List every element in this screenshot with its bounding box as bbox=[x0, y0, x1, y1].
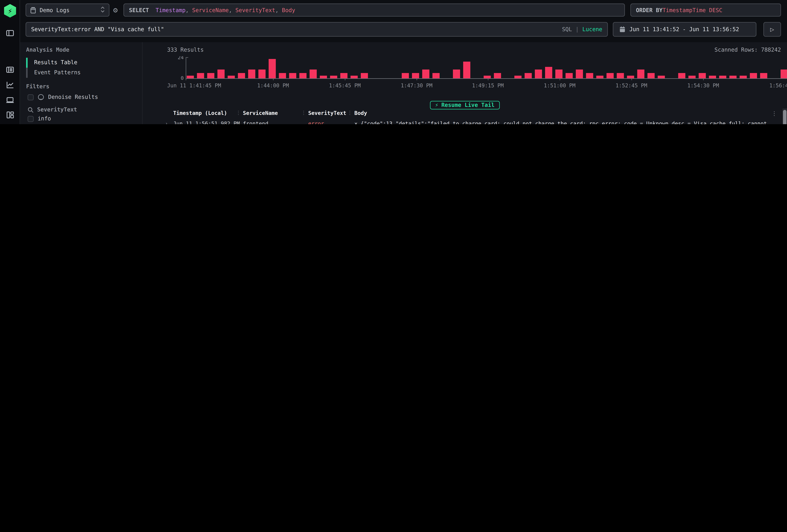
source-select-value: Demo Logs bbox=[40, 7, 69, 13]
cell-body: × {"code":13,"details":"failed to charge… bbox=[354, 120, 787, 124]
load-more-severitytext[interactable]: Load more bbox=[27, 124, 65, 124]
row-expand-chevron-icon[interactable]: › bbox=[165, 120, 173, 124]
run-query-button[interactable]: ▷ bbox=[763, 22, 781, 37]
app-window: ⚡ ? U Demo Logs ⚙ SELECT Timestamp, Serv bbox=[0, 0, 787, 124]
col-servicename[interactable]: ServiceName⋮ bbox=[243, 108, 308, 118]
column-resize-icon[interactable]: ⋮ bbox=[301, 108, 306, 118]
analysis-mode-heading: Analysis Mode bbox=[26, 47, 69, 53]
x-axis-tick-label: 1:54:30 PM bbox=[687, 82, 719, 88]
cell-servicename: frontend bbox=[243, 120, 308, 124]
chart-explorer-icon[interactable] bbox=[5, 80, 15, 89]
search-query-value: SeverityText:error AND "Visa cache full" bbox=[31, 26, 164, 33]
col-timestamp[interactable]: Timestamp (Local)⋮ bbox=[173, 108, 243, 118]
lightning-icon: ⚡ bbox=[435, 102, 438, 108]
source-select[interactable]: Demo Logs bbox=[26, 3, 110, 17]
left-nav-rail: ⚡ ? U bbox=[0, 0, 20, 124]
x-axis-tick-label: 1:44:00 PM bbox=[257, 82, 289, 88]
column-resize-icon[interactable]: ⋮ bbox=[236, 108, 241, 118]
x-axis-tick-label: Jun 11 1:41:45 PM bbox=[167, 82, 221, 88]
filter-group-name: SeverityText bbox=[37, 106, 77, 113]
select-fields: Timestamp, ServiceName, SeverityText, Bo… bbox=[149, 7, 295, 13]
search-icon[interactable] bbox=[27, 107, 34, 113]
sessions-icon[interactable] bbox=[5, 95, 15, 104]
order-by-input[interactable]: ORDER BY TimestampTime DESC bbox=[631, 3, 781, 17]
language-toggle-divider: | bbox=[575, 26, 579, 33]
svg-text:24: 24 bbox=[178, 56, 184, 60]
results-histogram[interactable]: 240 bbox=[167, 56, 787, 80]
order-by-keyword: ORDER BY bbox=[636, 7, 662, 13]
resume-live-tail-button[interactable]: ⚡ Resume Live Tail bbox=[430, 101, 499, 109]
cell-timestamp: Jun 11 1:56:51.982 PM bbox=[173, 120, 243, 124]
denoise-icon bbox=[38, 94, 44, 100]
play-icon: ▷ bbox=[770, 27, 774, 32]
table-row[interactable]: ›Jun 11 1:56:51.982 PMfrontenderror× {"c… bbox=[143, 120, 787, 124]
svg-text:0: 0 bbox=[181, 75, 184, 80]
search-logs-icon[interactable] bbox=[5, 65, 15, 74]
col-body[interactable]: Body bbox=[354, 108, 787, 118]
results-count: 333 Results bbox=[167, 47, 204, 53]
select-keyword: SELECT bbox=[129, 7, 149, 13]
language-toggle-sql[interactable]: SQL bbox=[562, 26, 572, 33]
source-settings-gear-icon[interactable]: ⚙ bbox=[111, 5, 120, 15]
time-range-picker[interactable]: Jun 11 13:41:52 - Jun 11 13:56:52 bbox=[613, 22, 756, 37]
results-table: Timestamp (Local)⋮ ServiceName⋮ Severity… bbox=[143, 108, 787, 124]
col-severitytext[interactable]: SeverityText⋮ bbox=[308, 108, 354, 118]
time-range-value: Jun 11 13:41:52 - Jun 11 13:56:52 bbox=[630, 26, 739, 33]
x-axis-tick-label: 1:56:45 PM bbox=[769, 82, 787, 88]
collapse-sidebar-icon[interactable] bbox=[5, 29, 15, 38]
denoise-label: Denoise Results bbox=[48, 94, 98, 100]
search-query-input[interactable]: SeverityText:error AND "Visa cache full"… bbox=[26, 22, 608, 37]
filters-sidebar: Analysis Mode Results Table Event Patter… bbox=[20, 42, 142, 124]
x-axis-tick-label: 1:51:00 PM bbox=[544, 82, 576, 88]
scrollbar-thumb[interactable] bbox=[783, 110, 786, 124]
scanned-rows: Scanned Rows: 788242 bbox=[715, 47, 781, 53]
select-columns-input[interactable]: SELECT Timestamp, ServiceName, SeverityT… bbox=[123, 3, 625, 17]
table-header-row: Timestamp (Local)⋮ ServiceName⋮ Severity… bbox=[143, 108, 787, 118]
filter-option-info[interactable]: info bbox=[27, 115, 51, 122]
cell-severitytext: error bbox=[308, 120, 354, 124]
x-axis-tick-label: 1:49:15 PM bbox=[472, 82, 504, 88]
x-axis-tick-label: 1:47:30 PM bbox=[401, 82, 432, 88]
filter-group-severitytext: SeverityText bbox=[27, 106, 77, 113]
order-by-value: TimestampTime DESC bbox=[662, 7, 722, 13]
x-axis-tick-label: 1:52:45 PM bbox=[616, 82, 647, 88]
load-more-label: Load more bbox=[36, 124, 65, 124]
database-icon bbox=[30, 7, 36, 13]
filters-heading: Filters bbox=[26, 83, 49, 90]
column-resize-icon[interactable]: ⋮ bbox=[347, 108, 353, 118]
filter-option-label: info bbox=[38, 115, 51, 122]
dashboards-icon[interactable] bbox=[5, 110, 15, 120]
mode-results-table[interactable]: Results Table bbox=[26, 58, 136, 68]
calendar-icon bbox=[619, 26, 625, 33]
x-axis-tick-label: 1:45:45 PM bbox=[329, 82, 361, 88]
resume-live-tail-label: Resume Live Tail bbox=[441, 102, 494, 108]
results-main: 333 Results Scanned Rows: 788242 240 Jun… bbox=[143, 42, 787, 124]
denoise-results-row[interactable]: Denoise Results bbox=[27, 94, 98, 100]
language-toggle-lucene[interactable]: Lucene bbox=[582, 26, 602, 33]
select-chevrons-icon bbox=[101, 6, 105, 14]
info-checkbox[interactable] bbox=[27, 116, 34, 122]
app-logo-icon[interactable]: ⚡ bbox=[4, 4, 16, 18]
content-area: Analysis Mode Results Table Event Patter… bbox=[20, 42, 787, 124]
histogram-x-axis-labels: Jun 11 1:41:45 PM1:44:00 PM1:45:45 PM1:4… bbox=[167, 82, 787, 88]
denoise-checkbox[interactable] bbox=[27, 94, 34, 100]
table-scrollbar[interactable] bbox=[783, 108, 787, 124]
mode-event-patterns[interactable]: Event Patterns bbox=[26, 68, 136, 78]
